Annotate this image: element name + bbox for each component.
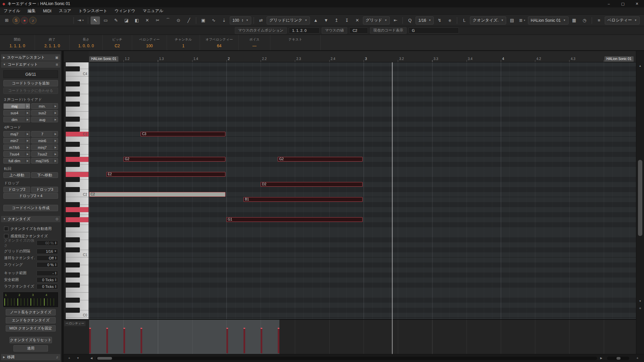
reset-quantize-button[interactable]: クオンタイズをリセット [9, 337, 52, 343]
minimize-button[interactable]: – [602, 0, 616, 7]
part-selector-dropdown[interactable]: HALion Sonic 01▼ [528, 16, 568, 24]
move-down-button[interactable]: 下へ移動 [31, 172, 58, 178]
black-key[interactable] [66, 162, 80, 167]
drop2-button[interactable]: ドロップ2 [3, 187, 30, 192]
catch-range-field[interactable]: -▲▼ [37, 270, 58, 276]
piano-keyboard[interactable]: C4C3C2C1C0 [66, 62, 89, 319]
midi-note[interactable]: G2 [123, 157, 225, 162]
caret-right-icon[interactable]: ▶ [25, 117, 30, 122]
velocity-lane[interactable] [89, 319, 636, 354]
scroll-down-icon[interactable]: ▼ [636, 298, 644, 304]
chord-type-button[interactable]: min6▶ [31, 138, 58, 143]
horizontal-zoom-slider[interactable] [607, 357, 629, 360]
part-tab-end[interactable]: HALion Sonic 01 [604, 56, 634, 62]
insert-velocity-box[interactable]: 100▲▼▼ [230, 16, 251, 24]
note-grid[interactable]: C3G2G2E2D2C2B1G1 [89, 62, 636, 319]
split-tool[interactable]: ✂ [153, 16, 162, 24]
infoline-value[interactable]: 2. 1. 1. 0 [44, 44, 60, 48]
stepper-icon[interactable]: ▲▼ [55, 256, 57, 260]
apply-quantize-button[interactable]: ↯ [435, 16, 444, 24]
black-key[interactable] [66, 262, 80, 267]
menu-item[interactable]: ファイル [0, 8, 24, 14]
draw-tool[interactable]: ✎ [111, 16, 121, 24]
stepper-icon[interactable]: ▲▼ [241, 19, 244, 22]
black-key[interactable] [66, 237, 80, 242]
add-lane-button[interactable]: + [66, 355, 72, 361]
quantize-preset-dropdown[interactable]: 1/16▼ [416, 16, 434, 24]
magnifier-icon[interactable]: ⊙ [56, 217, 58, 221]
caret-right-icon[interactable]: ▶ [25, 131, 30, 136]
auto-apply-checkbox[interactable] [4, 227, 8, 231]
infoline-value[interactable]: — [253, 44, 257, 48]
grid-link-dropdown[interactable]: グリッドにリンク▼ [267, 16, 310, 24]
scroll-right-icon[interactable]: ▶ [598, 355, 604, 361]
infoline-value[interactable]: 1. 1. 1. 0 [9, 44, 25, 48]
stepper-icon[interactable]: ▲▼ [55, 285, 57, 288]
midi-note[interactable]: G2 [278, 157, 363, 162]
curve-button[interactable]: ∿ [209, 16, 218, 24]
black-key[interactable] [66, 222, 80, 227]
menu-item[interactable]: スコア [55, 8, 75, 14]
chord-type-button[interactable]: min7▶ [3, 138, 30, 143]
corner-zoom-in-button[interactable]: + [635, 355, 640, 361]
black-key[interactable] [66, 247, 80, 252]
infoline-value[interactable]: 1 [182, 44, 184, 48]
infoline-value[interactable]: 100 [146, 44, 153, 48]
chord-type-button[interactable]: maj7▶ [3, 131, 30, 137]
caret-right-icon[interactable]: ▶ [25, 145, 30, 150]
maximize-button[interactable]: ▢ [616, 0, 630, 7]
menu-item[interactable]: マニュアル [139, 8, 167, 14]
event-colors-dropdown[interactable]: ベロシティー▼ [605, 16, 640, 24]
menu-item[interactable]: MIDI [39, 9, 55, 13]
velocity-bar[interactable] [226, 328, 228, 353]
setup-toolbar-button[interactable]: ⊞ [2, 16, 11, 24]
glue-tool[interactable]: ⌒ [163, 16, 173, 24]
caret-right-icon[interactable]: ▶ [53, 104, 58, 109]
midi-note[interactable]: C3 [141, 132, 225, 136]
caret-right-icon[interactable]: ▶ [25, 110, 30, 115]
caret-right-icon[interactable]: ▶ [53, 110, 58, 115]
record-midi-button[interactable]: ● [21, 17, 28, 24]
to-start-button[interactable]: ⇤ [391, 16, 400, 24]
black-key[interactable] [66, 66, 80, 71]
menu-item[interactable]: トランスポート [75, 8, 111, 14]
midi-note[interactable]: E2 [106, 172, 225, 177]
grid-type-dropdown[interactable]: グリッド▼ [363, 16, 390, 24]
section-transpose[interactable]: ▶ 移調 ♫ [1, 354, 60, 360]
quantize-ends-button[interactable]: エンドをクオンタイズ [6, 317, 56, 323]
quantize-panel-button[interactable]: e [445, 16, 454, 24]
horizontal-scroll-track[interactable] [96, 357, 597, 360]
black-key[interactable] [66, 81, 80, 86]
acoustic-feedback-button[interactable]: ♪ [29, 17, 37, 24]
horizontal-scrollbar[interactable]: + ▼ ◀ ▶ + [64, 354, 644, 362]
infoline-value[interactable]: 1. 0. 0. 0 [78, 44, 94, 48]
line-tool[interactable]: ╱ [184, 16, 194, 24]
black-key[interactable] [66, 177, 80, 182]
velocity-bar[interactable] [278, 328, 279, 353]
chord-type-button[interactable]: 7sus4▶ [3, 151, 30, 157]
stepper-down-icon[interactable]: ▼ [55, 258, 57, 260]
stepper-icon[interactable]: ▲▼ [55, 263, 57, 266]
caret-right-icon[interactable]: ▶ [25, 138, 30, 143]
midi-note[interactable]: D2 [261, 182, 363, 187]
chord-type-button[interactable]: 7▶ [31, 131, 58, 137]
horizontal-scroll-thumb[interactable] [97, 357, 112, 360]
part-tab-start[interactable]: HALion Sonic 01 [89, 56, 118, 62]
apply-quantize-button[interactable]: 適用 [13, 345, 48, 352]
menu-item[interactable]: ウィンドウ [111, 8, 139, 14]
velocity-bar[interactable] [123, 328, 125, 353]
black-key[interactable] [66, 212, 80, 217]
stepper-icon[interactable]: ▲▼ [55, 278, 57, 282]
stepper-down-icon[interactable]: ▼ [55, 273, 57, 275]
chord-type-button[interactable]: dim▶ [3, 117, 30, 122]
nudge-up-button[interactable]: ▲ [311, 16, 320, 24]
note-expression-button[interactable]: ▣ [199, 16, 208, 24]
stepper-icon[interactable]: ▲▼ [55, 272, 57, 275]
scroll-left-icon[interactable]: ◀ [89, 355, 94, 361]
stepper-down-icon[interactable]: ▼ [55, 287, 57, 288]
grid-overlay-button[interactable]: ▦ [570, 16, 579, 24]
swing-field[interactable]: 0 %▲▼ [37, 262, 58, 267]
chord-type-button[interactable]: sus2▶ [31, 110, 58, 116]
black-key[interactable] [66, 298, 80, 303]
trim-tool[interactable]: ◧ [132, 16, 142, 24]
